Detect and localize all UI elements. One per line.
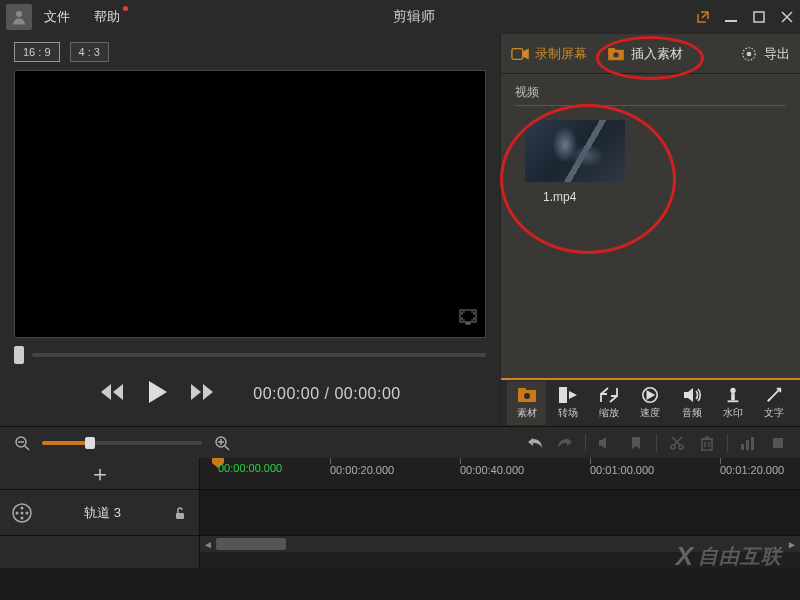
undo-button[interactable] — [525, 436, 545, 450]
scrub-bar[interactable] — [0, 338, 500, 364]
svg-point-8 — [613, 52, 618, 57]
settings-icon[interactable] — [768, 436, 788, 450]
svg-rect-34 — [176, 513, 184, 519]
cut-icon[interactable] — [667, 435, 687, 451]
aspect-16-9-button[interactable]: 16 : 9 — [14, 42, 60, 62]
svg-point-16 — [730, 388, 735, 393]
title-bar: 文件 帮助 剪辑师 — [0, 0, 800, 34]
svg-point-21 — [671, 445, 675, 449]
track-name: 轨道 3 — [44, 504, 161, 522]
tab-record-label: 录制屏幕 — [535, 45, 587, 63]
scrub-track[interactable] — [32, 353, 486, 357]
tool-material[interactable]: 素材 — [507, 381, 546, 425]
tool-zoom[interactable]: 缩放 — [590, 381, 629, 425]
tool-strip: 素材 转场 缩放 速度 音频 水印 文字 — [501, 378, 800, 426]
side-panel: 录制屏幕 插入素材 导出 视频 1.mp4 素材 转场 缩放 速度 音频 水印 … — [500, 34, 800, 426]
timeline-track-headers: ＋ 轨道 3 — [0, 458, 200, 568]
video-preview[interactable] — [14, 70, 486, 338]
svg-rect-18 — [728, 400, 739, 402]
media-thumbnail[interactable] — [525, 120, 625, 182]
media-library: 视频 1.mp4 — [501, 74, 800, 378]
timeline-ruler[interactable]: 00:00:00.000 00:00:20.000 00:00:40.000 0… — [200, 458, 800, 490]
avatar[interactable] — [6, 4, 32, 30]
playback-controls: 00:00:00 / 00:00:00 — [0, 364, 500, 424]
timeline-controls — [0, 426, 800, 458]
svg-point-33 — [21, 511, 24, 514]
scrub-handle[interactable] — [14, 346, 24, 364]
fullscreen-icon[interactable] — [459, 309, 477, 329]
svg-point-32 — [26, 511, 29, 514]
svg-rect-27 — [773, 438, 783, 448]
zoom-in-button[interactable] — [212, 435, 232, 451]
tool-transition[interactable]: 转场 — [548, 381, 587, 425]
watermark: X自由互联 — [676, 541, 782, 572]
zoom-out-button[interactable] — [12, 435, 32, 451]
divider — [515, 105, 786, 106]
svg-rect-1 — [725, 20, 737, 22]
aspect-ratio-row: 16 : 9 4 : 3 — [0, 34, 500, 70]
track-lane[interactable] — [200, 490, 800, 536]
svg-rect-25 — [746, 440, 749, 450]
svg-rect-14 — [559, 387, 567, 403]
scroll-right-arrow[interactable]: ► — [784, 536, 800, 552]
preview-pane: 16 : 9 4 : 3 00:00:00 / 00:00:00 — [0, 34, 500, 426]
svg-rect-4 — [466, 323, 470, 324]
rewind-button[interactable] — [99, 382, 125, 406]
svg-rect-12 — [518, 388, 526, 392]
tab-export-label: 导出 — [764, 45, 790, 63]
svg-rect-7 — [608, 47, 615, 51]
svg-point-31 — [16, 511, 19, 514]
media-filename: 1.mp4 — [543, 190, 786, 204]
ruler-tick: 00:00:20.000 — [330, 458, 394, 476]
svg-point-13 — [524, 393, 530, 399]
ruler-tick: 00:00:40.000 — [460, 458, 524, 476]
film-reel-icon — [12, 503, 32, 523]
zoom-slider[interactable] — [42, 441, 202, 445]
main-area: 16 : 9 4 : 3 00:00:00 / 00:00:00 录制屏幕 — [0, 34, 800, 426]
ruler-tick: 00:01:00.000 — [590, 458, 654, 476]
svg-point-30 — [21, 516, 24, 519]
svg-point-29 — [21, 506, 24, 509]
tool-text[interactable]: 文字 — [755, 381, 794, 425]
svg-rect-2 — [754, 12, 764, 22]
add-track-button[interactable]: ＋ — [89, 459, 111, 489]
unlock-icon[interactable] — [173, 506, 187, 520]
minimize-button[interactable] — [724, 10, 738, 24]
maximize-button[interactable] — [752, 10, 766, 24]
add-track-row: ＋ — [0, 458, 199, 490]
svg-rect-24 — [741, 444, 744, 450]
svg-rect-26 — [751, 437, 754, 450]
forward-button[interactable] — [189, 382, 215, 406]
close-button[interactable] — [780, 10, 794, 24]
delete-icon[interactable] — [697, 435, 717, 451]
svg-rect-5 — [512, 48, 523, 59]
tab-export[interactable]: 导出 — [730, 34, 800, 73]
playback-time: 00:00:00 / 00:00:00 — [253, 385, 400, 403]
tab-import-media[interactable]: 插入素材 — [597, 34, 693, 73]
scroll-left-arrow[interactable]: ◄ — [200, 536, 216, 552]
menu-help[interactable]: 帮助 — [82, 0, 132, 34]
tool-speed[interactable]: 速度 — [631, 381, 670, 425]
redo-button[interactable] — [555, 436, 575, 450]
play-button[interactable] — [143, 378, 171, 410]
svg-point-22 — [679, 445, 683, 449]
svg-rect-17 — [731, 393, 735, 400]
scroll-thumb[interactable] — [216, 538, 286, 550]
tool-audio[interactable]: 音频 — [672, 381, 711, 425]
tab-record-screen[interactable]: 录制屏幕 — [501, 34, 597, 73]
zoom-slider-knob[interactable] — [85, 437, 95, 449]
ruler-tick: 00:01:20.000 — [720, 458, 784, 476]
svg-rect-23 — [702, 439, 712, 450]
mute-icon[interactable] — [596, 436, 616, 450]
menu-file[interactable]: 文件 — [32, 0, 82, 34]
popout-icon[interactable] — [696, 10, 710, 24]
track-header[interactable]: 轨道 3 — [0, 490, 199, 536]
playhead-time: 00:00:00.000 — [218, 462, 282, 474]
marker-icon[interactable] — [626, 436, 646, 450]
aspect-4-3-button[interactable]: 4 : 3 — [70, 42, 109, 62]
levels-icon[interactable] — [738, 436, 758, 450]
tab-import-label: 插入素材 — [631, 45, 683, 63]
tool-watermark[interactable]: 水印 — [713, 381, 752, 425]
side-tabs: 录制屏幕 插入素材 导出 — [501, 34, 800, 74]
svg-point-10 — [747, 51, 752, 56]
